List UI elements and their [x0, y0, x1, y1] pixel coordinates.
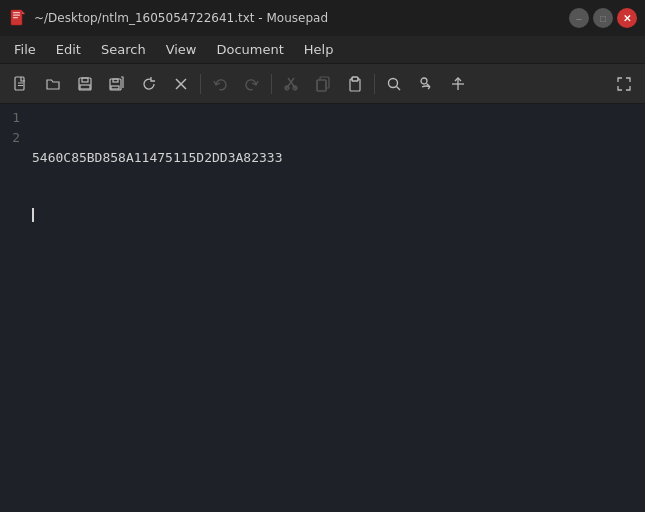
- redo-button[interactable]: [237, 69, 267, 99]
- toolbar: [0, 64, 645, 104]
- save-all-button[interactable]: [102, 69, 132, 99]
- cursor: [32, 208, 34, 222]
- svg-rect-12: [113, 79, 118, 82]
- line-number-1: 1: [6, 108, 20, 128]
- svg-point-26: [389, 78, 398, 87]
- editor-container: 1 2 5460C85BD858A11475115D2DD3A82333: [0, 104, 645, 512]
- cut-button[interactable]: [276, 69, 306, 99]
- svg-rect-3: [13, 17, 18, 18]
- title-bar: ~/Desktop/ntlm_1605054722641.txt - Mouse…: [0, 0, 645, 36]
- menu-help[interactable]: Help: [294, 38, 344, 61]
- close-tab-button[interactable]: [166, 69, 196, 99]
- window-title: ~/Desktop/ntlm_1605054722641.txt - Mouse…: [34, 11, 328, 25]
- app-icon: [8, 8, 28, 28]
- menu-file[interactable]: File: [4, 38, 46, 61]
- reload-button[interactable]: [134, 69, 164, 99]
- find-button[interactable]: [379, 69, 409, 99]
- svg-rect-21: [317, 80, 326, 91]
- menu-search[interactable]: Search: [91, 38, 156, 61]
- svg-rect-1: [13, 12, 20, 13]
- editor-content[interactable]: 5460C85BD858A11475115D2DD3A82333: [28, 104, 645, 512]
- editor-line-1: 5460C85BD858A11475115D2DD3A82333: [32, 148, 641, 168]
- svg-rect-8: [79, 78, 91, 90]
- save-button[interactable]: [70, 69, 100, 99]
- svg-line-27: [397, 86, 401, 90]
- menu-document[interactable]: Document: [206, 38, 293, 61]
- fullscreen-button[interactable]: [609, 69, 639, 99]
- copy-button[interactable]: [308, 69, 338, 99]
- new-button[interactable]: [6, 69, 36, 99]
- goto-button[interactable]: [443, 69, 473, 99]
- toolbar-separator-1: [200, 74, 201, 94]
- line-numbers: 1 2: [0, 104, 28, 512]
- maximize-button[interactable]: □: [593, 8, 613, 28]
- close-button[interactable]: ✕: [617, 8, 637, 28]
- paste-button[interactable]: [340, 69, 370, 99]
- toolbar-separator-3: [374, 74, 375, 94]
- line-number-2: 2: [6, 128, 20, 148]
- open-button[interactable]: [38, 69, 68, 99]
- undo-button[interactable]: [205, 69, 235, 99]
- title-bar-left: ~/Desktop/ntlm_1605054722641.txt - Mouse…: [8, 8, 328, 28]
- replace-button[interactable]: [411, 69, 441, 99]
- svg-rect-9: [82, 78, 88, 82]
- svg-rect-2: [13, 15, 20, 16]
- toolbar-separator-2: [271, 74, 272, 94]
- window-controls: – □ ✕: [569, 8, 637, 28]
- menu-edit[interactable]: Edit: [46, 38, 91, 61]
- svg-marker-4: [22, 11, 25, 14]
- menu-bar: File Edit Search View Document Help: [0, 36, 645, 64]
- svg-rect-13: [111, 86, 119, 89]
- menu-view[interactable]: View: [156, 38, 207, 61]
- minimize-button[interactable]: –: [569, 8, 589, 28]
- svg-point-28: [421, 78, 427, 84]
- svg-rect-10: [80, 85, 90, 89]
- editor-line-2: [32, 208, 641, 222]
